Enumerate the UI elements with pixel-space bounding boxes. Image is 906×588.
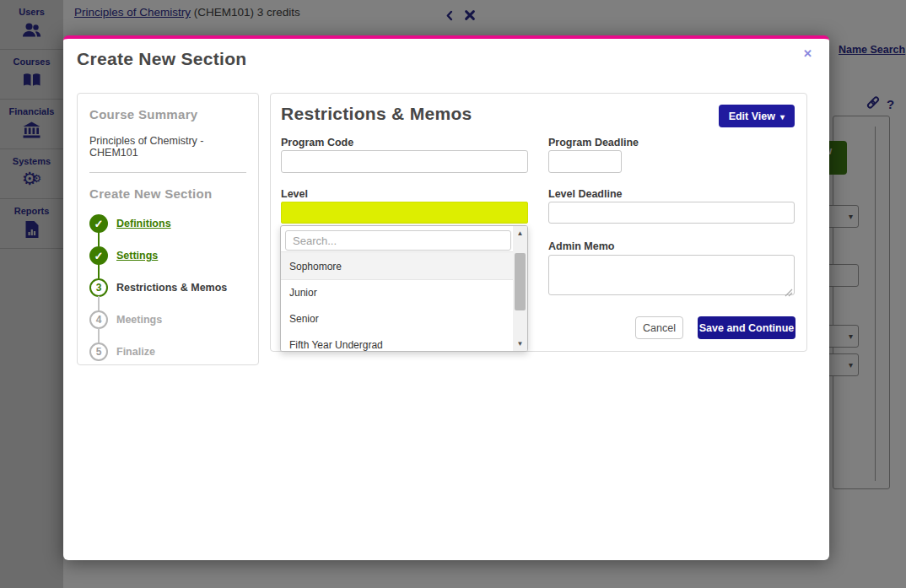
caret-down-icon: ▾ bbox=[780, 112, 785, 121]
modal-close-icon[interactable]: ✕ bbox=[803, 47, 812, 60]
step-check-icon: ✓ bbox=[89, 246, 108, 265]
step-restrictions-memos: 3 Restrictions & Memos bbox=[89, 278, 246, 297]
step-connector bbox=[98, 328, 100, 343]
step-connector bbox=[98, 264, 100, 278]
step-settings: ✓ Settings bbox=[89, 246, 246, 265]
level-deadline-input[interactable] bbox=[548, 202, 795, 224]
step-connector bbox=[98, 296, 100, 310]
wizard-steps: ✓ Definitions ✓ Settings 3 Restrictions … bbox=[89, 214, 246, 361]
program-deadline-input[interactable] bbox=[548, 150, 622, 173]
step-connector bbox=[98, 232, 100, 246]
step-definitions: ✓ Definitions bbox=[89, 214, 246, 233]
edit-view-button[interactable]: Edit View▾ bbox=[719, 105, 795, 127]
level-option-fifth-year-undergrad[interactable]: Fifth Year Undergrad bbox=[281, 332, 513, 352]
create-new-section-modal: Create New Section ✕ Course Summary Prin… bbox=[63, 35, 829, 560]
step-number: 3 bbox=[89, 278, 108, 297]
level-option-sophomore[interactable]: Sophomore bbox=[281, 251, 513, 280]
step-definitions-link[interactable]: Definitions bbox=[116, 218, 171, 229]
course-summary-heading: Course Summary bbox=[89, 107, 246, 121]
level-option-junior[interactable]: Junior bbox=[281, 280, 513, 306]
step-check-icon: ✓ bbox=[89, 214, 108, 233]
level-label: Level bbox=[281, 188, 308, 200]
level-dropdown-panel: Sophomore Junior Senior Fifth Year Under… bbox=[280, 225, 528, 352]
form-heading: Restrictions & Memos bbox=[281, 104, 472, 124]
wizard-heading: Create New Section bbox=[89, 186, 246, 201]
admin-memo-label: Admin Memo bbox=[548, 240, 614, 252]
divider bbox=[89, 172, 246, 173]
step-finalize: 5 Finalize bbox=[89, 343, 246, 361]
restrictions-memos-panel: Restrictions & Memos Edit View▾ Program … bbox=[270, 93, 807, 352]
course-summary-panel: Course Summary Principles of Chemistry -… bbox=[77, 93, 259, 365]
level-select[interactable] bbox=[281, 202, 528, 224]
level-options-list: Sophomore Junior Senior Fifth Year Under… bbox=[281, 251, 513, 352]
course-summary-course: Principles of Chemistry - CHEM101 bbox=[89, 135, 246, 159]
modal-title: Create New Section bbox=[77, 49, 246, 69]
program-code-label: Program Code bbox=[281, 137, 353, 148]
app-window: Users Courses Financials Systems ⚙⚙ Repo… bbox=[0, 0, 906, 588]
program-deadline-label: Program Deadline bbox=[548, 137, 639, 148]
admin-memo-textarea[interactable] bbox=[548, 255, 795, 295]
dropdown-scrollbar[interactable]: ▲ ▼ bbox=[513, 226, 527, 351]
step-meetings: 4 Meetings bbox=[89, 310, 246, 329]
scroll-down-icon[interactable]: ▼ bbox=[513, 337, 527, 351]
level-deadline-label: Level Deadline bbox=[548, 188, 623, 200]
scroll-up-icon[interactable]: ▲ bbox=[513, 226, 527, 240]
cancel-button[interactable]: Cancel bbox=[635, 316, 683, 339]
save-and-continue-button[interactable]: Save and Continue bbox=[698, 316, 795, 339]
scrollbar-thumb[interactable] bbox=[515, 253, 526, 310]
level-search-input[interactable] bbox=[285, 230, 511, 251]
program-code-input[interactable] bbox=[281, 150, 528, 173]
step-settings-link[interactable]: Settings bbox=[116, 250, 158, 262]
level-option-senior[interactable]: Senior bbox=[281, 306, 513, 332]
step-number: 4 bbox=[89, 310, 108, 329]
step-number: 5 bbox=[89, 343, 108, 361]
